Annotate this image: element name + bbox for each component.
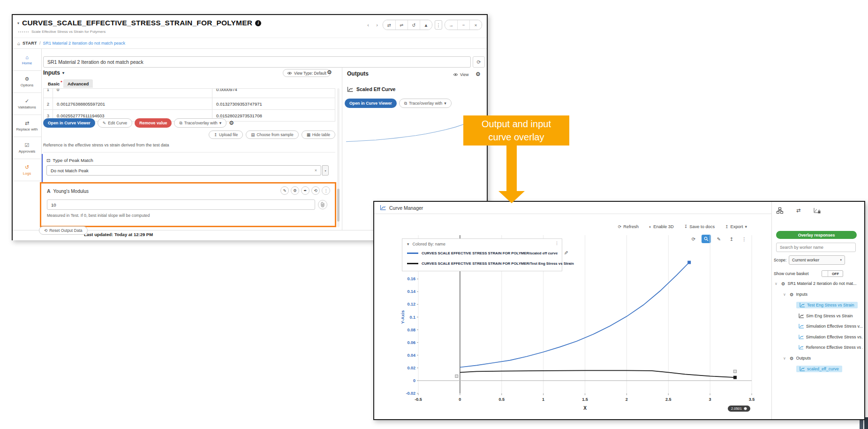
caret-down-icon: ▾ (219, 121, 221, 125)
breadcrumb-start[interactable]: START (23, 41, 37, 46)
y-tick-label: 0.08 (407, 328, 415, 332)
refresh-name-button[interactable]: ⟳ (473, 56, 485, 68)
button-label: Trace/overlay with (184, 121, 218, 125)
worker-search-input[interactable] (776, 243, 856, 252)
select-caret-button[interactable]: ▾ (322, 165, 329, 176)
table-row[interactable]: 2 0.001276388805597201 0.013273093537479… (44, 98, 335, 110)
upload-file-button[interactable]: ↥ Upload file (209, 130, 243, 139)
callout-line-1: Output and input (482, 117, 551, 130)
overlay-responses-button[interactable]: Overlay responses (776, 231, 857, 239)
home-icon[interactable]: ⌂ (17, 41, 20, 46)
caret-down-icon: ▾ (840, 258, 842, 262)
tree-item-simulation-effective-2[interactable]: Simulation Effective Stress vs... (773, 332, 863, 342)
field-settings-button[interactable]: ⚙ (291, 186, 299, 195)
attach-file-button[interactable] (318, 200, 327, 209)
tree-item-reference-effective[interactable]: Reference Effective Stress vs ... (773, 343, 863, 352)
youngs-modulus-input[interactable] (47, 199, 315, 210)
scope-select[interactable]: Current worker ▾ (789, 255, 845, 265)
tree-item-inputs-group[interactable]: ∨ ⚙ Inputs (773, 290, 863, 299)
open-in-curve-viewer-button[interactable]: Open in Curve Viewer (345, 99, 397, 108)
remove-value-button[interactable]: Remove value (135, 118, 172, 128)
chart-line-icon (800, 367, 805, 371)
annotation-callout: Output and input curve overlay (463, 115, 569, 146)
tree-item-test-eng-stress[interactable]: Test Eng Stress vs Strain (773, 300, 863, 310)
outputs-settings-gear-icon[interactable]: ⚙ (476, 71, 481, 77)
x-tick-label: 2.5 (665, 397, 672, 402)
legend-entry[interactable]: CURVES SCALE EFFECTIVE STRESS STRAIN FOR… (407, 261, 574, 266)
inputs-header: Inputs ▾ (43, 69, 64, 76)
undo-button[interactable]: ↺ (408, 20, 420, 30)
sidebar-item-replace-with[interactable]: ⇄ Replace with (13, 115, 41, 137)
button-label: Trace/overlay with (409, 101, 442, 106)
peak-match-label: ⊡ Type of Peak Match (46, 158, 93, 163)
upload-button[interactable]: ▲ (420, 20, 432, 30)
gear-icon: ⚙ (790, 356, 794, 361)
more-options-button[interactable]: ⋮ (435, 20, 442, 30)
tree-item-label: Test Eng Stress vs Strain (807, 303, 854, 307)
legend-swatch-blue (407, 253, 418, 254)
nav-forward-button[interactable]: › (374, 22, 380, 28)
field-more-button[interactable]: ⋮ (322, 186, 330, 195)
collapse-caret-icon[interactable]: ▾ (17, 21, 19, 25)
sidebar-item-logs[interactable]: ↺ Logs (13, 159, 41, 181)
open-in-curve-viewer-button[interactable]: Open in Curve Viewer (43, 118, 95, 128)
shuffle-button[interactable]: ⇌ (395, 20, 408, 30)
view-type-button[interactable]: View Type: Default (283, 69, 331, 77)
worker-name-input[interactable] (43, 56, 471, 68)
trace-overlay-button[interactable]: ⧉ Trace/overlay with ▾ (399, 99, 452, 108)
tab-compare[interactable]: ⇄ (796, 207, 800, 214)
swap-button[interactable]: ⇄ (383, 20, 395, 30)
tab-advanced[interactable]: Advanced (63, 79, 93, 88)
clear-icon[interactable]: × (311, 168, 321, 173)
outputs-view-button[interactable]: View (453, 72, 468, 77)
minimize-button[interactable]: − (457, 20, 469, 30)
edit-curve-button[interactable]: ✎ Edit Curve (98, 118, 132, 128)
gear-icon: ⚙ (25, 76, 30, 82)
reset-output-data-button[interactable]: ⟲ Reset Output Data (39, 226, 88, 235)
tree-item-outputs-group[interactable]: ∨ ⚙ Outputs (773, 353, 863, 363)
chevron-down-icon[interactable]: ∨ (783, 292, 787, 297)
tab-locked-curves[interactable] (814, 208, 821, 214)
tab-hierarchy[interactable] (777, 207, 783, 214)
tree-item-sim-eng-stress[interactable]: Sim Eng Stress vs Strain (773, 311, 863, 321)
sidebar-item-options[interactable]: ⚙ Options (13, 71, 41, 93)
trace-overlay-button[interactable]: ⧉ Trace/overlay with ▾ (174, 118, 226, 128)
legend-more-icon[interactable]: ⋮ (555, 241, 559, 245)
sidebar-item-home[interactable]: ⌂ Home (13, 49, 41, 71)
nav-back-button[interactable]: ‹ (365, 22, 371, 28)
peak-match-select[interactable]: Do not Match Peak × (46, 165, 321, 176)
legend-swatch-black (407, 263, 418, 264)
tree-item-worker[interactable]: ∨ ⚙ SR1 Material 2 Iteration do not mat.… (773, 279, 863, 288)
sidebar-item-approvals[interactable]: ☑ Approvals (13, 137, 41, 159)
curve-basket-toggle[interactable]: OFF (822, 270, 843, 277)
sidebar-item-label: Replace with (16, 127, 38, 131)
chart-line-icon (799, 314, 804, 318)
chevron-down-icon[interactable]: ∨ (783, 356, 787, 360)
edit-field-button[interactable]: ✎ (280, 186, 289, 195)
choose-from-sample-button[interactable]: ▤ Choose from sample (246, 130, 298, 139)
legend-edit-pencil-icon[interactable]: ✎ (563, 251, 569, 255)
breadcrumb-current-link[interactable]: SR1 Material 2 Iteration do not match pe… (43, 41, 125, 46)
close-button[interactable]: × (469, 20, 482, 30)
legend-header[interactable]: ▾ Colored By: name (407, 242, 445, 246)
curve-settings-gear-icon[interactable]: ⚙ (229, 120, 234, 126)
reset-field-button[interactable]: ⟲ (311, 186, 320, 195)
legend-entry[interactable]: CURVES SCALE EFFECTIVE STRESS STRAIN FOR… (407, 251, 558, 255)
chevron-down-icon[interactable]: ▾ (62, 71, 64, 75)
chevron-down-icon[interactable]: ∨ (775, 282, 779, 286)
popout-button[interactable]: → (445, 20, 457, 30)
hide-table-button[interactable]: ▦ Hide table (302, 130, 335, 139)
tree-item-scaled-eff-curve[interactable]: scaled_eff_curve (773, 364, 863, 374)
chart-line-icon (799, 345, 803, 350)
tree-item-simulation-effective-1[interactable]: Simulation Effective Stress v... (773, 322, 863, 331)
table-row[interactable]: 1 0 0.0000974 (44, 89, 335, 98)
info-icon[interactable]: i (255, 20, 261, 26)
tree-item-label: scaled_eff_curve (807, 367, 839, 371)
scrollbar-thumb[interactable] (337, 189, 340, 222)
inputs-settings-gear-icon[interactable]: ⚙ (327, 69, 332, 76)
x-tick-label: 1.5 (582, 397, 588, 402)
style-dropdown-button[interactable]: ✒ (301, 186, 309, 195)
sidebar: ⌂ Home ⚙ Options ✓ Validations ⇄ Replace… (13, 49, 42, 230)
sidebar-item-validations[interactable]: ✓ Validations (13, 93, 41, 115)
legend-entry-label: CURVES SCALE EFFECTIVE STRESS STRAIN FOR… (422, 261, 574, 266)
